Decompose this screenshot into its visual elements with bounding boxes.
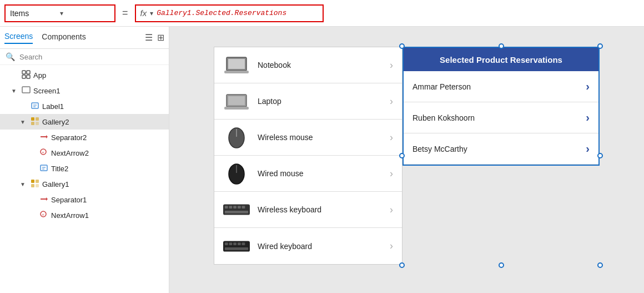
product-item[interactable]: Wireless mouse › [214,120,402,156]
svg-rect-40 [225,206,228,208]
tree-item-nextarrow2[interactable]: + NextArrow2 [0,145,169,161]
sidebar-tabs: Screens Components ☰ ⊞ [0,27,169,49]
handle-tr[interactable] [597,43,603,49]
handle-bl[interactable] [399,262,405,268]
canvas-content: Notebook › Laptop › Wireless mouse › Wir… [214,47,600,265]
tree-label: NextArrow2 [51,149,89,157]
svg-rect-48 [229,242,233,245]
tree-icon [39,195,49,205]
tree-icon [21,86,31,96]
svg-rect-8 [31,117,34,121]
equals-sign: = [120,7,130,19]
product-item[interactable]: Wireless keyboard › [214,192,402,228]
reservation-item[interactable]: Ammar Peterson › [404,71,598,102]
reservations-panel: Selected Product Reservations Ammar Pete… [402,47,600,166]
tree-label: Separator2 [51,133,87,142]
formula-text: Gallery1.Selected.Reservations [157,9,286,17]
reservation-name: Ammar Peterson [412,82,586,91]
handle-br[interactable] [597,262,603,268]
product-arrow: › [390,204,393,216]
reservation-item[interactable]: Ruben Kokshoorn › [404,102,598,133]
tree-icon [39,163,49,174]
top-bar: Items ▾ = fx ▾ Gallery1.Selected.Reserva… [0,0,644,27]
svg-rect-46 [223,241,250,251]
tree-label: Gallery2 [42,118,69,126]
items-dropdown-chevron: ▾ [60,9,110,17]
product-item[interactable]: Notebook › [214,47,402,83]
handle-mr[interactable] [597,153,603,158]
product-icon [223,126,250,148]
product-item[interactable]: Wired mouse › [214,156,402,192]
product-gallery: Notebook › Laptop › Wireless mouse › Wir… [214,47,402,265]
tree-item-gallery2[interactable]: ▼ Gallery2 [0,114,169,130]
tree-label: App [33,71,46,80]
product-arrow: › [390,59,393,71]
reservation-item[interactable]: Betsy McCarthy › [404,133,598,165]
tree-label: Title2 [51,165,68,173]
product-arrow: › [390,240,393,252]
svg-rect-11 [36,122,39,125]
svg-text:+: + [42,212,44,217]
handle-ml[interactable] [399,153,405,158]
tree-icon [21,70,31,81]
svg-marker-13 [46,135,48,138]
svg-rect-44 [242,206,245,208]
reservation-chevron: › [586,111,590,124]
svg-rect-32 [224,107,249,110]
svg-rect-19 [31,180,34,183]
list-view-icon[interactable]: ☰ [145,32,153,43]
tree-icon [30,117,40,127]
tree-label: Screen1 [33,87,60,95]
canvas-area: Notebook › Laptop › Wireless mouse › Wir… [169,27,644,293]
handle-tm[interactable] [499,43,504,49]
tree-item-label1[interactable]: Label1 [0,98,169,114]
reservation-name: Ruben Kokshoorn [412,113,586,122]
svg-rect-28 [228,59,245,69]
product-icon [223,54,250,76]
sidebar-tab-icons: ☰ ⊞ [145,32,164,43]
items-dropdown[interactable]: Items ▾ [4,4,115,22]
fx-chevron: ▾ [150,9,153,17]
tab-components[interactable]: Components [42,32,85,43]
tree-label: Separator1 [51,196,87,204]
tree-item-gallery1[interactable]: ▼ Gallery1 [0,176,169,192]
search-icon: 🔍 [6,52,15,61]
svg-rect-4 [22,87,30,93]
product-icon [223,235,250,257]
reservations-header: Selected Product Reservations [404,48,598,71]
handle-tl[interactable] [399,43,405,49]
tree-arrow: ▼ [11,88,19,94]
svg-rect-52 [225,247,248,250]
tab-screens[interactable]: Screens [4,32,33,44]
svg-rect-0 [22,71,26,74]
product-icon [223,90,250,112]
formula-bar[interactable]: fx ▾ Gallery1.Selected.Reservations [135,4,324,22]
tree-item-separator2[interactable]: Separator2 [0,130,169,145]
product-arrow: › [390,168,393,180]
svg-text:+: + [42,150,44,155]
grid-view-icon[interactable]: ⊞ [157,32,164,43]
sidebar: Screens Components ☰ ⊞ 🔍 App ▼ Screen1 L… [0,27,169,293]
svg-rect-43 [238,206,241,208]
svg-rect-22 [36,184,39,187]
product-item[interactable]: Wired keyboard › [214,228,402,264]
sidebar-search: 🔍 [0,49,169,65]
product-arrow: › [390,96,393,107]
svg-rect-21 [31,184,34,187]
svg-rect-45 [225,211,248,213]
tree-item-nextarrow1[interactable]: + NextArrow1 [0,207,169,223]
reservation-chevron: › [586,80,590,93]
tree-item-separator1[interactable]: Separator1 [0,192,169,207]
search-input[interactable] [19,53,163,61]
product-item[interactable]: Laptop › [214,83,402,120]
svg-rect-50 [238,242,241,245]
tree-item-app[interactable]: App [0,67,169,83]
product-name: Wireless keyboard [258,205,382,214]
tree-item-title2[interactable]: Title2 [0,161,169,176]
tree-item-screen1[interactable]: ▼ Screen1 [0,83,169,98]
tree-area: App ▼ Screen1 Label1 ▼ Gallery2 Separato… [0,65,169,293]
tree-label: Gallery1 [42,180,69,188]
svg-rect-5 [32,103,38,108]
tree-icon: + [39,148,49,158]
handle-bm[interactable] [499,262,504,268]
